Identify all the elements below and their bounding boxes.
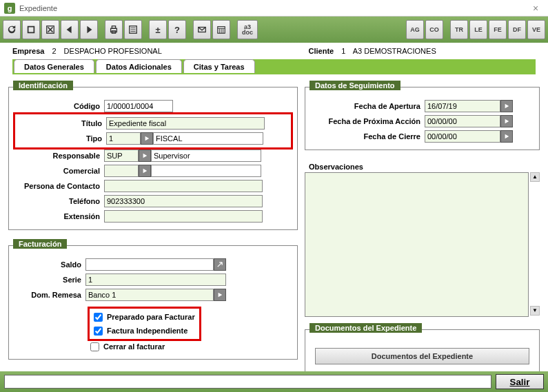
df-button[interactable]: DF: [508, 20, 526, 39]
highlight-titulo-tipo: Título Tipo: [13, 112, 293, 149]
comercial-code-input[interactable]: [104, 165, 139, 177]
toolbar: ± ? a3doc AG CO TR LE FE DF VE: [0, 17, 548, 43]
comercial-desc-input[interactable]: [151, 165, 261, 177]
facturacion-legend: Facturación: [13, 239, 67, 249]
le-button[interactable]: LE: [469, 20, 487, 39]
tabs: Datos Generales Datos Adicionales Citas …: [12, 59, 536, 74]
cliente-name: A3 DEMOSTRACIONES: [353, 47, 436, 55]
status-bar: [4, 375, 491, 389]
tipo-label: Tipo: [17, 134, 106, 143]
plus-minus-button[interactable]: ±: [149, 20, 167, 39]
cierre-picker-button[interactable]: [500, 130, 513, 143]
extension-input[interactable]: [104, 210, 263, 223]
apertura-input[interactable]: [425, 100, 500, 112]
factura-independiente-checkbox[interactable]: [94, 327, 103, 336]
tab-datos-adicionales[interactable]: Datos Adicionales: [96, 59, 182, 73]
cancel-button[interactable]: [41, 20, 59, 39]
prev-button[interactable]: [61, 20, 79, 39]
help-button[interactable]: ?: [168, 20, 186, 39]
svg-marker-20: [219, 293, 223, 297]
svg-marker-19: [143, 169, 148, 173]
observaciones-textarea[interactable]: [305, 172, 529, 317]
tipo-picker-button[interactable]: [141, 132, 153, 145]
codigo-label: Código: [14, 102, 104, 110]
obs-scroll-down-button[interactable]: ▼: [530, 306, 540, 316]
facturacion-group: Facturación Saldo Serie Dom. Remesa Prep…: [8, 245, 298, 360]
titulo-input[interactable]: [106, 117, 265, 130]
contacto-label: Persona de Contacto: [14, 182, 104, 190]
tipo-code-input[interactable]: [106, 132, 141, 145]
empresa-name: DESPACHO PROFESIONAL: [64, 47, 162, 55]
proxima-input[interactable]: [425, 115, 500, 127]
responsable-desc-input[interactable]: [151, 149, 261, 162]
telefono-input[interactable]: [104, 195, 263, 207]
responsable-label: Responsable: [14, 152, 104, 160]
fe-button[interactable]: FE: [489, 20, 507, 39]
window-title: Expediente: [19, 4, 527, 12]
tr-button[interactable]: TR: [450, 20, 468, 39]
app-logo-icon: g: [4, 3, 15, 14]
cierre-input[interactable]: [425, 130, 500, 143]
calendar-button[interactable]: [212, 20, 230, 39]
header-info: Empresa 2 DESPACHO PROFESIONAL Cliente 1…: [0, 43, 548, 55]
print-button[interactable]: [105, 20, 123, 39]
next-button[interactable]: [80, 20, 98, 39]
apertura-label: Fecha de Apertura: [311, 102, 425, 110]
svg-rect-5: [112, 26, 115, 29]
cliente-num: 1: [336, 47, 351, 55]
salir-button[interactable]: Salir: [496, 374, 544, 389]
documentos-group: Documentos del Expediente Documentos del…: [305, 329, 540, 378]
serie-label: Serie: [14, 276, 85, 284]
svg-marker-21: [505, 104, 509, 108]
cierre-label: Fecha de Cierre: [311, 132, 425, 141]
footer: Salir: [0, 371, 548, 392]
svg-marker-23: [505, 134, 509, 138]
svg-marker-22: [505, 119, 509, 123]
comercial-picker-button[interactable]: [139, 165, 151, 177]
serie-input[interactable]: [85, 274, 226, 286]
svg-marker-2: [67, 26, 72, 34]
documentos-button[interactable]: Documentos del Expediente: [315, 348, 529, 364]
ve-button[interactable]: VE: [527, 20, 545, 39]
proxima-picker-button[interactable]: [500, 115, 513, 127]
factura-independiente-label: Factura Independiente: [107, 327, 187, 335]
window-close-button[interactable]: ×: [527, 3, 544, 14]
tab-datos-generales[interactable]: Datos Generales: [14, 59, 94, 73]
co-button[interactable]: CO: [425, 20, 443, 39]
proxima-label: Fecha de Próxima Acción: [311, 117, 425, 125]
list-button[interactable]: [124, 20, 142, 39]
obs-scroll-up-button[interactable]: ▲: [530, 172, 540, 182]
svg-rect-0: [28, 27, 34, 33]
seguimiento-group: Datos de Seguimiento Fecha de Apertura F…: [305, 87, 540, 150]
responsable-picker-button[interactable]: [139, 149, 151, 162]
observaciones-label: Observaciones: [305, 163, 540, 171]
telefono-label: Teléfono: [14, 197, 104, 205]
mail-button[interactable]: [193, 20, 211, 39]
cerrar-facturar-label: Cerrar al facturar: [103, 342, 165, 351]
contacto-input[interactable]: [104, 180, 263, 192]
empresa-label: Empresa: [12, 47, 44, 55]
codigo-input[interactable]: [104, 100, 173, 112]
saldo-expand-button[interactable]: [214, 258, 226, 271]
svg-marker-17: [145, 136, 150, 141]
preparado-facturar-checkbox[interactable]: [94, 313, 103, 322]
ag-button[interactable]: AG: [406, 20, 424, 39]
domremesa-picker-button[interactable]: [214, 289, 226, 301]
saldo-input[interactable]: [85, 258, 214, 271]
a3doc-button[interactable]: a3doc: [237, 20, 258, 39]
domremesa-label: Dom. Remesa: [14, 291, 85, 299]
responsable-code-input[interactable]: [104, 149, 139, 162]
apertura-picker-button[interactable]: [500, 100, 513, 112]
domremesa-input[interactable]: [85, 289, 214, 301]
cliente-label: Cliente: [309, 47, 334, 55]
documentos-legend: Documentos del Expediente: [309, 323, 422, 333]
empresa-num: 2: [47, 47, 62, 55]
tipo-desc-input[interactable]: [153, 132, 263, 145]
refresh-button[interactable]: [3, 20, 21, 39]
saldo-label: Saldo: [14, 260, 85, 269]
identificacion-legend: Identificación: [13, 81, 73, 90]
stop-button[interactable]: [22, 20, 40, 39]
identificacion-group: Identificación Código Título Tipo Res: [8, 87, 298, 230]
tab-citas-tareas[interactable]: Citas y Tareas: [183, 59, 255, 73]
cerrar-facturar-checkbox[interactable]: [90, 342, 99, 351]
